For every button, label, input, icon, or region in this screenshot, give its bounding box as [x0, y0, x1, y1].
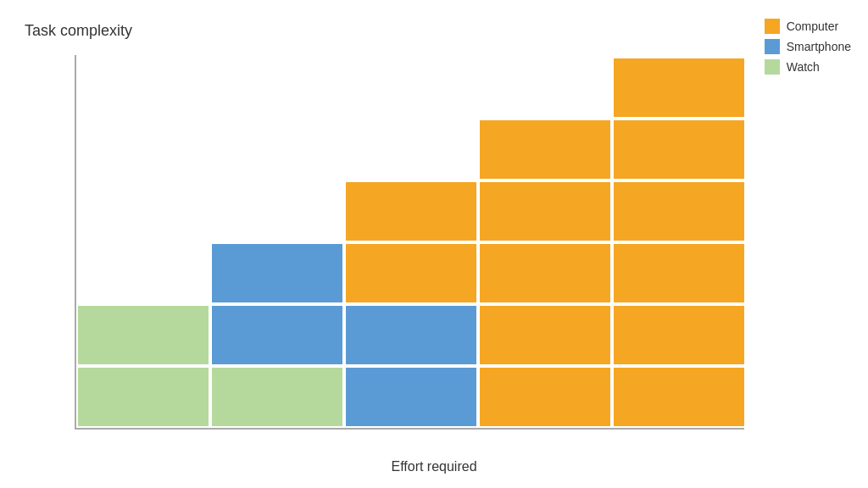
x-axis-line [75, 428, 744, 430]
legend: Computer Smartphone Watch [765, 19, 851, 75]
watch-swatch [765, 59, 780, 75]
chart-cell [478, 366, 612, 428]
chart-cell [344, 304, 478, 366]
legend-item-computer: Computer [765, 19, 851, 34]
legend-label-watch: Watch [787, 60, 820, 74]
chart-cell [344, 366, 478, 428]
computer-swatch [765, 19, 780, 34]
chart-cell [478, 119, 612, 180]
chart-cell [76, 304, 210, 366]
chart-cell [210, 366, 344, 428]
chart-container: Task complexity Effort required Computer… [0, 0, 868, 488]
chart-cell [210, 242, 344, 304]
chart-cell [612, 180, 746, 242]
chart-cell [344, 242, 478, 304]
legend-label-smartphone: Smartphone [787, 40, 851, 53]
legend-item-watch: Watch [765, 59, 851, 75]
chart-cell [210, 304, 344, 366]
chart-cell [612, 119, 746, 180]
chart-cell [478, 242, 612, 304]
smartphone-swatch [765, 39, 780, 54]
chart-cell [344, 180, 478, 242]
chart-cell [478, 304, 612, 366]
chart-cell [612, 242, 746, 304]
y-axis-label: Task complexity [25, 22, 132, 40]
chart-cell [612, 366, 746, 428]
chart-cell [612, 304, 746, 366]
chart-cell [76, 366, 210, 428]
legend-label-computer: Computer [787, 19, 838, 33]
chart-cell [612, 57, 746, 119]
chart-cell [478, 180, 612, 242]
legend-item-smartphone: Smartphone [765, 39, 851, 54]
x-axis-label: Effort required [391, 459, 476, 474]
